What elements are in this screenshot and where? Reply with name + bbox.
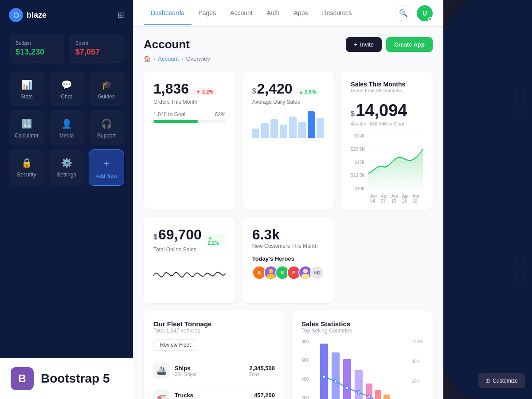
x-label-apr16: Apr 16 — [412, 194, 423, 203]
sales-month-prefix: $ — [351, 110, 355, 118]
svg-rect-14 — [375, 390, 381, 399]
guides-icon: 🎓 — [101, 79, 112, 90]
orders-card: 1,836 ▼ 2.2% Orders This Month 1,048 to … — [144, 71, 235, 210]
y-label-135k: $13.5K — [351, 173, 365, 178]
bar-7 — [308, 111, 315, 138]
bar-1 — [252, 129, 260, 138]
x-label-apr07: Apr 07 — [381, 194, 391, 203]
orders-value: 1,836 — [153, 81, 189, 97]
sidebar-item-stats[interactable]: 📊 Stats — [9, 71, 44, 106]
support-icon: 🎧 — [101, 118, 112, 129]
fleet-ships-left: 🚢 Ships 234 Ships — [153, 363, 196, 379]
y-label-205k: $20.5K — [351, 147, 365, 152]
sidebar-header: ⬡ blaze ⊞ — [0, 0, 133, 30]
sidebar-item-settings[interactable]: ⚙️ Settings — [49, 149, 84, 186]
svg-point-20 — [357, 391, 360, 394]
daily-sales-value: 2,420 — [257, 81, 293, 97]
wave-svg — [153, 258, 226, 293]
bootstrap-banner: B Bootstrap 5 — [0, 358, 133, 399]
sidebar-item-guides[interactable]: 🎓 Guides — [89, 71, 124, 106]
sales-month-value: 14,094 — [356, 101, 407, 120]
breadcrumb-account[interactable]: Account — [158, 55, 179, 62]
bottom-row: Our Fleet Tonnage Total 1,247 vehicles R… — [144, 310, 433, 399]
sales-y-800: 800 — [301, 339, 309, 344]
invite-button[interactable]: + Invite — [346, 37, 382, 52]
tab-apps[interactable]: Apps — [287, 1, 315, 25]
online-sales-badge: ▲ 2.2% — [205, 234, 226, 246]
tab-auth[interactable]: Auth — [260, 1, 287, 25]
online-sales-card: $ 69,700 ▲ 2.2% Total Online Sales — [144, 217, 235, 303]
settings-icon: ⚙️ — [61, 157, 72, 168]
sales-stats-title: Sales Statistics — [301, 320, 423, 328]
spent-label: Spent — [75, 40, 117, 46]
svg-rect-6 — [267, 274, 275, 279]
customers-card: 6.3k New Customers This Month Today's He… — [243, 217, 334, 303]
add-new-icon: + — [104, 158, 110, 169]
daily-sales-badge: ▲ 2.6% — [296, 88, 319, 95]
top-nav: Dashboards Pages Account Auth Apps Resou… — [133, 0, 443, 27]
daily-sales-prefix: $ — [252, 87, 256, 95]
ships-value-col: 2,345,500 Tons — [249, 365, 275, 377]
sales-stats-svg — [314, 339, 407, 399]
sidebar-item-media[interactable]: 👤 Media — [49, 110, 84, 145]
x-label-apr10: Apr 10 — [391, 194, 402, 203]
daily-sales-card: $ 2,420 ▲ 2.6% Average Daily Sales — [243, 71, 334, 210]
fleet-trucks-left: 🚛 Trucks 1,460 Trucks — [153, 390, 203, 399]
y-label-10k: $10K — [351, 186, 365, 191]
header-actions: + Invite Create App — [346, 37, 433, 52]
budget-value: $13,230 — [16, 47, 58, 57]
logo-area: ⬡ blaze — [9, 8, 47, 22]
menu-icon[interactable]: ⊞ — [117, 10, 124, 20]
sidebar-item-security[interactable]: 🔒 Security — [9, 149, 44, 186]
svg-point-5 — [268, 269, 273, 274]
user-status-dot — [428, 17, 432, 21]
create-app-button[interactable]: Create App — [386, 37, 433, 52]
fleet-item-ships: 🚢 Ships 234 Ships 2,345,500 Tons — [153, 357, 275, 384]
tab-dashboards[interactable]: Dashboards — [144, 1, 192, 25]
nav-grid: 📊 Stats 💬 Chat 🎓 Guides 🔢 Calculator 👤 M… — [0, 71, 133, 186]
main-content: Dashboards Pages Account Auth Apps Resou… — [133, 0, 443, 399]
svg-rect-10 — [332, 352, 340, 399]
review-fleet-button[interactable]: Review Fleet — [153, 339, 197, 351]
customize-button[interactable]: ⊞ Customize — [478, 373, 525, 388]
heroes-section: Today's Heroes A S P +42 — [252, 255, 325, 280]
trucks-value: 457,200 — [254, 392, 275, 399]
right-panel: ⋮⋮⋮⋮⋮⋮ ⋮⋮⋮⋮⋮⋮ ⊞ Customize — [443, 0, 532, 399]
tab-pages[interactable]: Pages — [192, 1, 223, 25]
x-label-apr13: Apr 13 — [402, 194, 413, 203]
bar-4 — [280, 125, 287, 138]
svg-rect-15 — [383, 395, 389, 399]
user-avatar[interactable]: U — [417, 5, 433, 21]
sidebar-item-add-new[interactable]: + Add New — [89, 149, 124, 186]
invite-label: Invite — [360, 41, 374, 48]
fleet-item-trucks: 🚛 Trucks 1,460 Trucks 457,200 Tons — [153, 384, 275, 399]
chat-label: Chat — [61, 94, 72, 100]
breadcrumb-home-icon: 🏠 — [144, 55, 151, 62]
sidebar-item-chat[interactable]: 💬 Chat — [49, 71, 84, 106]
breadcrumb-overview: Overwiev — [186, 55, 210, 62]
stats-row-1: 1,836 ▼ 2.2% Orders This Month 1,048 to … — [144, 71, 433, 210]
hero-avatars: A S P +42 — [252, 266, 325, 280]
online-sales-prefix: $ — [153, 233, 157, 241]
sidebar-item-support[interactable]: 🎧 Support — [89, 110, 124, 145]
sidebar-item-calculator[interactable]: 🔢 Calculator — [9, 110, 44, 145]
search-button[interactable]: 🔍 — [395, 5, 411, 21]
bar-3 — [270, 119, 278, 138]
sales-pct-100: 100% — [411, 339, 423, 344]
budget-label: Budget — [16, 40, 58, 46]
daily-sales-value-row: $ 2,420 ▲ 2.6% — [252, 81, 325, 99]
svg-point-18 — [334, 379, 336, 383]
sales-month-card: Sales This Months Users from all channel… — [341, 71, 433, 210]
sidebar: ⬡ blaze ⊞ Budget $13,230 Spent $7,057 📊 … — [0, 0, 133, 399]
tab-account[interactable]: Account — [223, 1, 260, 25]
svg-rect-9 — [320, 344, 328, 399]
ships-count: 234 Ships — [175, 372, 196, 377]
breadcrumb: 🏠 › Account › Overwiev — [144, 55, 433, 62]
panel-dot-grid2: ⋮⋮⋮⋮⋮⋮ — [513, 257, 528, 282]
sales-month-title: Sales This Months — [351, 81, 423, 88]
orders-badge: ▼ 2.2% — [193, 88, 216, 95]
bootstrap-logo: B — [11, 367, 34, 390]
tab-resources[interactable]: Resources — [315, 1, 359, 25]
svg-point-7 — [303, 269, 308, 274]
panel-dot-grid: ⋮⋮⋮⋮⋮⋮ — [513, 89, 528, 114]
